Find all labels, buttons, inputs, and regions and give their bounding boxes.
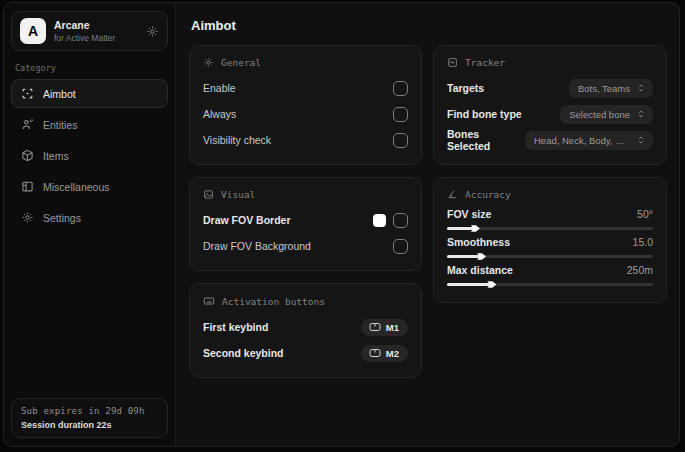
setting-row-second-keybind: Second keybind M2 <box>203 341 408 365</box>
setting-label: Smoothness <box>447 236 510 248</box>
setting-row-fov-size: FOV size 50° <box>447 208 653 230</box>
setting-label: FOV size <box>447 208 491 220</box>
targets-dropdown[interactable]: Bots, Teams <box>569 79 653 98</box>
setting-row-enable: Enable <box>203 76 408 100</box>
setting-row-targets: Targets Bots, Teams <box>447 76 653 100</box>
crosshair-scan-icon <box>21 87 34 100</box>
sidebar-item-entities[interactable]: Entities <box>11 110 168 139</box>
panel-title: General <box>221 57 261 68</box>
setting-label: Find bone type <box>447 108 522 120</box>
mouse-icon <box>369 322 381 332</box>
keyboard-icon <box>203 295 215 307</box>
setting-row-smoothness: Smoothness 15.0 <box>447 236 653 258</box>
settings-gear-icon <box>21 211 34 224</box>
cube-icon <box>21 149 34 162</box>
image-icon <box>203 189 214 200</box>
setting-row-visibility-check: Visibility check <box>203 128 408 152</box>
smoothness-value: 15.0 <box>633 236 653 248</box>
setting-row-always: Always <box>203 102 408 126</box>
unfold-arrows-icon <box>636 135 646 145</box>
fov-size-slider[interactable] <box>447 227 653 230</box>
always-checkbox[interactable] <box>393 107 408 122</box>
smoothness-slider[interactable] <box>447 255 653 258</box>
panel-title: Accuracy <box>465 189 511 200</box>
dropdown-value: Selected bone <box>569 109 630 120</box>
panel-general: General Enable Always Visibility check <box>189 45 422 165</box>
brand-card: A Arcane for Active Matter <box>11 11 168 51</box>
sidebar-item-miscellaneous[interactable]: Miscellaneous <box>11 172 168 201</box>
setting-row-bones-selected: Bones Selected Head, Neck, Body, Pe.. <box>447 128 653 152</box>
panel-accuracy: Accuracy FOV size 50° <box>433 177 667 303</box>
setting-label: Always <box>203 108 236 120</box>
sidebar-item-settings[interactable]: Settings <box>11 203 168 232</box>
panel-title: Activation buttons <box>222 296 325 307</box>
angle-icon <box>447 189 458 200</box>
app-name: Arcane <box>54 19 138 32</box>
draw-fov-background-checkbox[interactable] <box>393 239 408 254</box>
brand-text: Arcane for Active Matter <box>54 19 138 43</box>
category-label: Category <box>15 63 164 73</box>
page-title: Aimbot <box>191 18 667 33</box>
gear-icon[interactable] <box>146 25 159 38</box>
sidebar-item-label: Entities <box>43 119 77 131</box>
setting-row-find-bone-type: Find bone type Selected bone <box>447 102 653 126</box>
setting-row-draw-fov-background: Draw FOV Background <box>203 234 408 258</box>
max-distance-slider[interactable] <box>447 283 653 286</box>
setting-label: Bones Selected <box>447 128 525 152</box>
second-keybind-button[interactable]: M2 <box>361 345 408 362</box>
setting-label: Targets <box>447 82 484 94</box>
find-bone-type-dropdown[interactable]: Selected bone <box>560 105 653 124</box>
sidebar-item-label: Items <box>43 150 69 162</box>
enable-checkbox[interactable] <box>393 81 408 96</box>
person-radar-icon <box>21 118 34 131</box>
app-window: A Arcane for Active Matter Category <box>3 2 680 447</box>
setting-label: Draw FOV Background <box>203 240 311 252</box>
visibility-check-checkbox[interactable] <box>393 133 408 148</box>
slider-thumb[interactable] <box>487 280 496 289</box>
setting-row-draw-fov-border: Draw FOV Border <box>203 208 408 232</box>
app-subtitle: for Active Matter <box>54 33 138 43</box>
sidebar-item-items[interactable]: Items <box>11 141 168 170</box>
main-content: Aimbot General <box>176 3 679 446</box>
sidebar-item-label: Aimbot <box>43 88 76 100</box>
setting-row-max-distance: Max distance 250m <box>447 264 653 286</box>
setting-label: Visibility check <box>203 134 271 146</box>
slider-thumb[interactable] <box>471 224 480 233</box>
keybind-value: M1 <box>386 322 399 333</box>
panel-title: Visual <box>221 189 255 200</box>
tracker-icon <box>447 57 458 68</box>
panel-visual: Visual Draw FOV Border Draw FOV Backgrou… <box>189 177 422 271</box>
first-keybind-button[interactable]: M1 <box>361 319 408 336</box>
dropdown-value: Bots, Teams <box>578 83 630 94</box>
slider-thumb[interactable] <box>477 252 486 261</box>
sidebar-item-label: Miscellaneous <box>43 181 110 193</box>
session-duration-text: Session duration 22s <box>21 420 158 430</box>
panel-title: Tracker <box>465 57 505 68</box>
sun-icon <box>203 57 214 68</box>
mouse-icon <box>369 348 381 358</box>
sidebar-nav: Aimbot Entities <box>11 79 168 232</box>
max-distance-value: 250m <box>627 264 653 276</box>
panel-activation-buttons: Activation buttons First keybind M1 <box>189 283 422 378</box>
draw-fov-border-checkbox[interactable] <box>393 213 408 228</box>
layout-grid-icon <box>21 180 34 193</box>
sidebar-item-aimbot[interactable]: Aimbot <box>11 79 168 108</box>
unfold-arrows-icon <box>636 109 646 119</box>
sidebar: A Arcane for Active Matter Category <box>4 3 176 446</box>
bones-selected-dropdown[interactable]: Head, Neck, Body, Pe.. <box>525 131 653 150</box>
keybind-value: M2 <box>386 348 399 359</box>
panel-tracker: Tracker Targets Bots, Teams <box>433 45 667 165</box>
app-logo: A <box>20 18 46 44</box>
sidebar-item-label: Settings <box>43 212 81 224</box>
setting-label: Enable <box>203 82 236 94</box>
fov-border-color-swatch[interactable] <box>373 214 386 227</box>
setting-label: Draw FOV Border <box>203 214 291 226</box>
unfold-arrows-icon <box>636 83 646 93</box>
setting-label: Max distance <box>447 264 513 276</box>
setting-row-first-keybind: First keybind M1 <box>203 315 408 339</box>
sub-expires-text: Sub expires in 29d 09h <box>21 406 158 416</box>
setting-label: Second keybind <box>203 347 284 359</box>
fov-size-value: 50° <box>637 208 653 220</box>
dropdown-value: Head, Neck, Body, Pe.. <box>534 135 630 146</box>
subscription-info-card: Sub expires in 29d 09h Session duration … <box>11 398 168 438</box>
